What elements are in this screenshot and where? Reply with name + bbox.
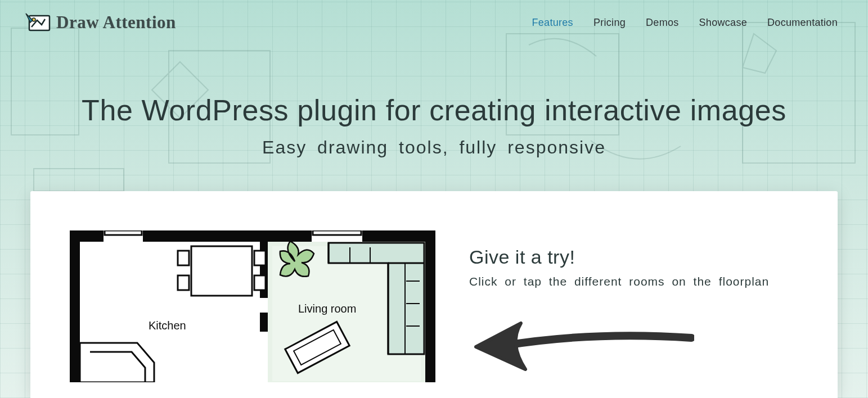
nav-link-demos[interactable]: Demos [646, 17, 679, 29]
svg-rect-16 [104, 230, 143, 242]
svg-rect-24 [254, 275, 266, 290]
svg-rect-4 [34, 169, 124, 191]
svg-rect-10 [425, 230, 435, 382]
floorplan-illustration [70, 230, 435, 382]
svg-rect-22 [178, 275, 189, 290]
svg-rect-20 [191, 246, 252, 296]
hero-subtitle: Easy drawing tools, fully responsive [0, 137, 868, 158]
demo-tip: Click or tap the different rooms on the … [469, 275, 793, 288]
nav-link-documentation[interactable]: Documentation [767, 17, 838, 29]
svg-rect-23 [254, 251, 266, 265]
logo-text: Draw Attention [56, 12, 176, 33]
main-nav: Features Pricing Demos Showcase Document… [532, 17, 838, 29]
svg-rect-12 [260, 298, 268, 313]
nav-link-pricing[interactable]: Pricing [593, 17, 626, 29]
hero-title: The WordPress plugin for creating intera… [0, 93, 868, 127]
nav-link-showcase[interactable]: Showcase [699, 17, 747, 29]
arrow-left-icon [469, 315, 694, 377]
logo[interactable]: Draw Attention [25, 12, 176, 33]
svg-rect-9 [70, 230, 80, 382]
svg-rect-18 [312, 230, 362, 242]
nav-link-features[interactable]: Features [532, 17, 573, 29]
svg-rect-21 [178, 251, 189, 265]
floorplan-interactive-image[interactable]: Kitchen Living room [70, 230, 435, 398]
logo-icon [25, 12, 52, 33]
hero: The WordPress plugin for creating intera… [0, 93, 868, 158]
demo-panel: Kitchen Living room Give it a try! Click… [30, 191, 838, 398]
demo-heading: Give it a try! [469, 246, 793, 268]
demo-instructions: Give it a try! Click or tap the differen… [469, 230, 793, 398]
site-header: Draw Attention Features Pricing Demos Sh… [0, 0, 868, 33]
